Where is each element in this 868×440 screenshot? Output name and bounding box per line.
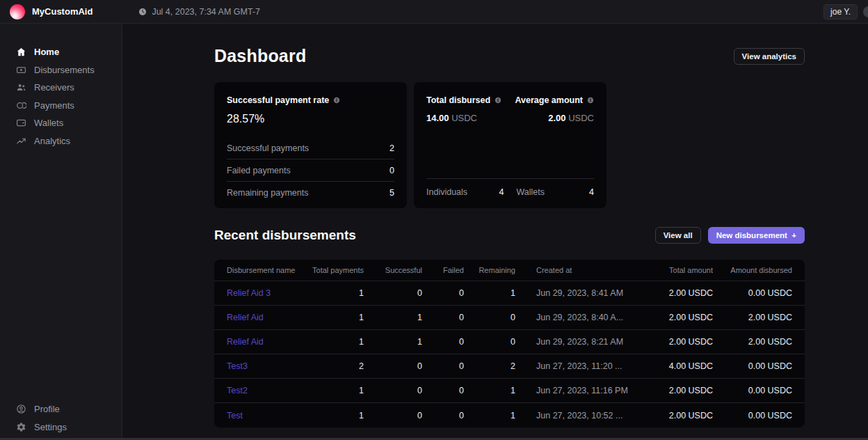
stat-label: Remaining payments [227,188,308,198]
app-logo-icon [10,4,25,19]
receivers-icon [16,82,26,93]
col-successful: Successful [364,266,422,274]
disbursement-link[interactable]: Relief Aid [227,313,264,322]
plus-icon: + [791,231,796,239]
disbursement-link[interactable]: Relief Aid 3 [227,288,271,298]
disbursements-icon [16,65,26,75]
recent-disbursements-title: Recent disbursements [214,228,356,243]
table-body: Relief Aid 3 1 0 0 1 Jun 29, 2023, 8:41 … [214,281,805,427]
analytics-icon [16,136,26,146]
sidebar-item-label: Analytics [34,136,70,146]
payment-rate-card: Successful payment rate 28.57% Successfu… [214,82,407,208]
stat-label: Failed payments [227,166,291,175]
sidebar-item-label: Settings [34,422,67,432]
sidebar-item-label: Profile [34,404,60,414]
disbursement-link[interactable]: Test3 [227,361,248,371]
disbursement-link[interactable]: Test2 [227,386,248,395]
card-title: Successful payment rate [227,95,329,105]
sidebar-item-label: Home [34,47,59,57]
settings-icon [16,422,26,432]
col-created-at: Created at [515,266,636,274]
new-disbursement-button[interactable]: New disbursement + [708,227,805,244]
info-icon[interactable] [587,97,594,104]
col-amount-disbursed: Amount disbursed [713,266,792,274]
app-name: MyCustomAid [32,6,93,17]
sidebar-item-analytics[interactable]: Analytics [0,132,122,150]
table-row: Test3 2 0 0 2 Jun 27, 2023, 11:20 ... 4.… [214,354,805,379]
table-row: Relief Aid 3 1 0 0 1 Jun 29, 2023, 8:41 … [214,281,805,306]
sidebar-item-receivers[interactable]: Receivers [0,79,122,97]
wallets-icon [16,118,26,128]
total-disbursed-card: Total disbursed 14.00 USDC Average amoun… [414,82,606,208]
sidebar-item-wallets[interactable]: Wallets [0,114,122,132]
payment-rate-value: 28.57% [227,113,394,125]
disbursements-table: Disbursement name Total payments Success… [214,260,805,427]
stat-value: 5 [389,188,394,198]
info-icon[interactable] [495,97,501,104]
table-row: Test 1 0 0 1 Jun 27, 2023, 10:52 ... 2.0… [214,403,805,427]
col-remaining: Remaining [464,266,515,274]
home-icon [16,47,26,57]
stat-row-failed-payments: Failed payments 0 [227,159,394,182]
topbar: MyCustomAid Jul 4, 2023, 7:34 AM GMT-7 j… [0,0,868,24]
col-total-payments: Total payments [310,266,364,274]
view-all-button[interactable]: View all [655,227,701,244]
table-row: Test2 1 0 0 1 Jun 27, 2023, 11:16 PM 2.0… [214,379,805,403]
wallets-stat: Wallets 4 [517,187,595,197]
stat-value: 2 [389,143,394,153]
view-analytics-button[interactable]: View analytics [734,48,805,65]
stat-label: Successful payments [227,143,309,153]
info-icon[interactable] [333,97,340,104]
total-disbursed-amount: 14.00 USDC [426,113,501,123]
sidebar: Home Disbursements Receivers Payments Wa… [0,24,122,440]
col-disbursement-name: Disbursement name [227,266,310,274]
clock-icon [138,8,147,16]
sidebar-item-payments[interactable]: Payments [0,97,122,115]
card-title: Average amount [515,95,583,105]
stat-row-remaining-payments: Remaining payments 5 [227,182,394,204]
stat-value: 0 [389,166,394,175]
sidebar-item-label: Disbursements [34,65,95,75]
col-total-amount: Total amount [636,266,713,274]
sidebar-item-label: Wallets [34,118,63,128]
payments-icon [16,100,26,111]
avatar[interactable] [863,6,868,17]
disbursement-link[interactable]: Relief Aid [227,337,264,347]
sidebar-item-disbursements[interactable]: Disbursements [0,61,122,79]
datetime-display: Jul 4, 2023, 7:34 AM GMT-7 [138,7,260,17]
individuals-stat: Individuals 4 [426,187,504,197]
table-row: Relief Aid 1 1 0 0 Jun 29, 2023, 8:21 AM… [214,330,805,354]
sidebar-item-settings[interactable]: Settings [0,418,122,437]
card-title: Total disbursed [426,95,490,105]
datetime-text: Jul 4, 2023, 7:34 AM GMT-7 [152,7,260,17]
table-row: Relief Aid 1 1 0 0 Jun 29, 2023, 8:40 A.… [214,306,805,330]
sidebar-item-label: Payments [34,100,74,111]
table-header: Disbursement name Total payments Success… [214,260,805,281]
average-amount: 2.00 USDC [515,113,594,123]
sidebar-item-label: Receivers [34,82,74,93]
page-title: Dashboard [214,46,306,66]
col-failed: Failed [422,266,464,274]
user-menu-button[interactable]: joe Y. [823,4,858,19]
main-content: Dashboard View analytics Successful paym… [122,24,868,440]
profile-icon [16,404,26,414]
sidebar-item-profile[interactable]: Profile [0,400,122,418]
stat-row-successful-payments: Successful payments 2 [227,137,394,159]
disbursement-link[interactable]: Test [227,411,243,421]
sidebar-item-home[interactable]: Home [0,43,122,61]
